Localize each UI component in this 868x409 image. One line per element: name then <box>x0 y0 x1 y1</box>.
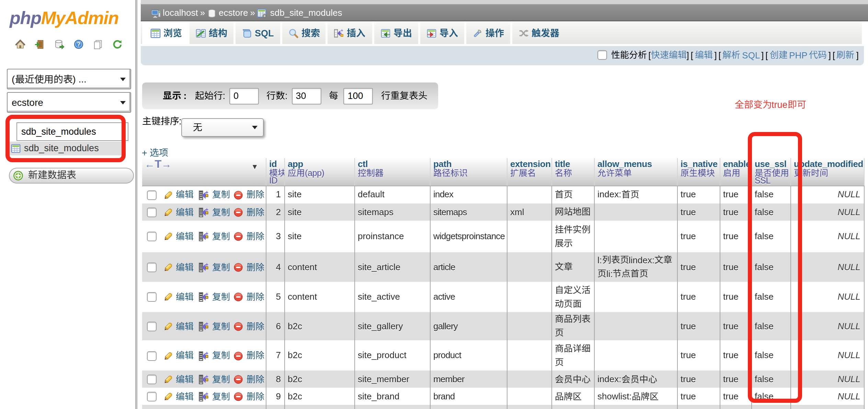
svg-text:?: ? <box>77 41 81 48</box>
